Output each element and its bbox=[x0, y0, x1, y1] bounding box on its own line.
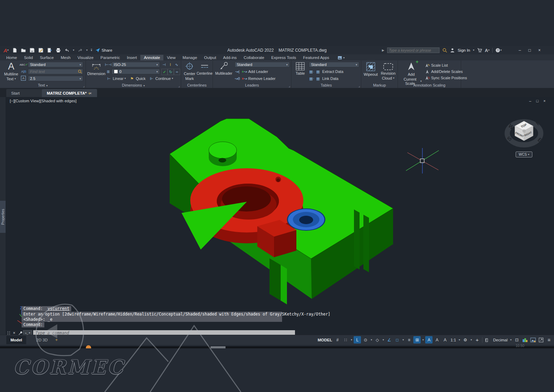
command-history-block: Enter an option [2dwireframe/Wireframe/H… bbox=[22, 312, 282, 322]
annotation-visibility-toggle[interactable]: A bbox=[425, 336, 433, 343]
notification-dot bbox=[86, 345, 91, 348]
snap-dropdown[interactable]: ▾ bbox=[350, 338, 353, 341]
object-snap-tracking-toggle[interactable]: ∠ bbox=[385, 336, 393, 343]
bottom-scrollbar-track bbox=[0, 346, 554, 348]
annotation-monitor-toggle[interactable]: + bbox=[473, 336, 481, 343]
lineweight-toggle[interactable]: ≡ bbox=[405, 336, 413, 343]
crosshair-cursor bbox=[406, 148, 439, 173]
units-value[interactable]: Decimal bbox=[492, 338, 509, 342]
viewcube[interactable]: S E W N TOP FRONT RIGHT bbox=[504, 115, 546, 150]
graphics-performance-icon[interactable] bbox=[521, 336, 529, 343]
status-bar: Model 2D 3D + MODEL # ∷ ▾ L ⊙ ▾ ◇ ▾ ∠ □ … bbox=[0, 335, 554, 345]
3d-object-snap-toggle[interactable]: ⊞ bbox=[413, 336, 421, 343]
annotation-scale-value[interactable]: 1:1 bbox=[449, 338, 457, 342]
new-layout-button[interactable]: + bbox=[55, 337, 58, 342]
ortho-mode-toggle[interactable]: L bbox=[354, 336, 361, 343]
workspace-dropdown[interactable]: ▾ bbox=[470, 338, 473, 341]
snap-mode-toggle[interactable]: ∷ bbox=[342, 336, 349, 343]
layout-tab-2d3d[interactable]: 2D 3D bbox=[32, 336, 52, 344]
autoscale-toggle[interactable]: A bbox=[433, 336, 441, 343]
isolate-objects-toggle[interactable]: ⊡ bbox=[513, 336, 520, 343]
units-ruler-icon bbox=[484, 336, 491, 343]
workspace-switching-gear[interactable]: ⚙ bbox=[461, 336, 469, 343]
3dosnap-dropdown[interactable]: ▾ bbox=[421, 338, 424, 341]
bottom-scrollbar-thumb[interactable] bbox=[210, 346, 226, 348]
object-snap-toggle[interactable]: □ bbox=[393, 336, 401, 343]
model-layout-tab[interactable]: Model bbox=[6, 336, 26, 344]
osnap-dropdown[interactable]: ▾ bbox=[401, 338, 405, 341]
screenshot-root: ? { "titlebar": { "share": "Share", "app… bbox=[0, 0, 554, 392]
units-dropdown[interactable]: ▾ bbox=[509, 338, 512, 341]
isometric-drafting-toggle[interactable]: ◇ bbox=[374, 336, 381, 343]
command-history-line3: <Shaded>: _e bbox=[23, 317, 52, 322]
customization-menu-button[interactable]: ≡ bbox=[545, 336, 553, 343]
command-history-line4: Command: bbox=[22, 322, 44, 327]
status-toggles: MODEL # ∷ ▾ L ⊙ ▾ ◇ ▾ ∠ □ ▾ ≡ ⊞ ▾ A A A … bbox=[317, 336, 553, 343]
polar-tracking-toggle[interactable]: ⊙ bbox=[362, 336, 369, 343]
faint-taskbar-text: 10.50 bbox=[516, 344, 524, 348]
polar-dropdown[interactable]: ▾ bbox=[370, 338, 373, 341]
command-history-line2: Enter an option [2dwireframe/Wireframe/H… bbox=[23, 312, 330, 317]
command-history-line1: Command: vscurrent bbox=[22, 306, 71, 311]
wcs-dropdown[interactable]: WCS▾ bbox=[516, 151, 532, 157]
grid-display-toggle[interactable]: # bbox=[334, 336, 341, 343]
model-space-button[interactable]: MODEL bbox=[317, 338, 333, 342]
annotation-scale-icon[interactable]: A bbox=[441, 336, 449, 343]
iso-dropdown[interactable]: ▾ bbox=[382, 338, 385, 341]
scale-dropdown[interactable]: ▾ bbox=[458, 338, 461, 341]
clean-screen-toggle[interactable] bbox=[537, 336, 545, 343]
divider bbox=[482, 337, 482, 343]
graphics-warning-icon[interactable] bbox=[529, 336, 537, 343]
